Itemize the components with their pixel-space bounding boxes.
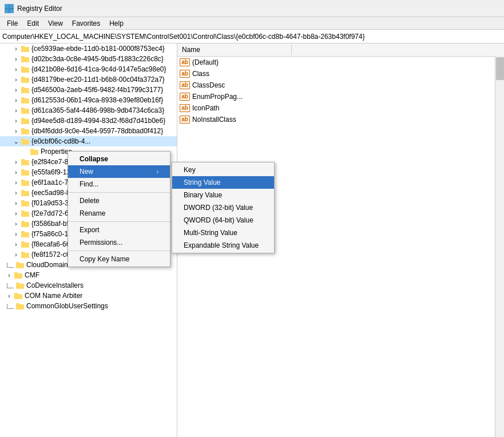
svg-rect-15 (21, 97, 25, 99)
ctx-rename[interactable]: Rename (68, 207, 170, 220)
reg-entry-classdesc[interactable]: ab ClassDesc (177, 80, 504, 91)
folder-icon (21, 168, 30, 177)
col-name-header: Name (177, 45, 292, 55)
tree-toggle[interactable]: › (11, 75, 21, 84)
main-content: › {ce5939ae-ebde-11d0-b181-0000f8753ec4}… (0, 43, 504, 437)
app-title: Registry Editor (17, 5, 62, 13)
menu-view[interactable]: View (43, 18, 68, 29)
app-icon (5, 4, 14, 13)
svg-rect-12 (21, 88, 29, 93)
tree-item[interactable]: › {d94ee5d8-d189-4994-83d2-f68d7d41b0e6} (0, 116, 177, 126)
tree-label: {d61ca365-5af4-4486-998b-9db4734c6ca3} (31, 106, 164, 114)
tree-toggle[interactable]: › (11, 157, 21, 166)
folder-icon (21, 54, 30, 63)
menu-help[interactable]: Help (105, 18, 128, 29)
tree-toggle[interactable]: › (11, 96, 21, 105)
svg-rect-47 (16, 262, 19, 264)
tree-toggle[interactable]: ⌄ (11, 137, 21, 146)
sub-binary-value[interactable]: Binary Value (172, 189, 274, 201)
sub-expandable-string-value[interactable]: Expandable String Value (172, 239, 274, 252)
sub-string-value[interactable]: String Value (172, 176, 274, 189)
tree-item[interactable]: › {d612553d-06b1-49ca-8938-e39ef80eb16f} (0, 95, 177, 105)
ctx-export[interactable]: Export (68, 224, 170, 236)
svg-rect-14 (21, 98, 29, 104)
tree-item[interactable]: › {d48179be-ec20-11d1-b6b8-00c04fa372a7} (0, 74, 177, 85)
reg-entry-default[interactable]: ab (Default) (177, 57, 504, 68)
menu-favorites[interactable]: Favorites (68, 18, 105, 29)
svg-rect-50 (16, 284, 24, 289)
tree-toggle[interactable]: › (11, 126, 21, 136)
ctx-separator-1 (68, 192, 170, 193)
svg-rect-28 (21, 170, 29, 176)
tree-toggle[interactable]: › (11, 168, 21, 177)
ctx-new[interactable]: New › (68, 165, 170, 178)
sub-qword-value[interactable]: QWORD (64-bit) Value (172, 214, 274, 227)
svg-rect-25 (30, 149, 34, 150)
submenu-arrow: › (157, 169, 158, 175)
tree-item[interactable]: › {d421b08e-6d16-41ca-9c4d-9147e5ac98e0} (0, 64, 177, 74)
tree-toggle[interactable]: › (11, 85, 21, 94)
reg-name: IconPath (192, 104, 219, 112)
ctx-delete[interactable]: Delete (68, 194, 170, 207)
tree-item[interactable]: › COM Name Arbiter (0, 291, 177, 301)
svg-rect-20 (21, 129, 29, 134)
reg-entry-noinstallclass[interactable]: ab NoInstallClass (177, 114, 504, 125)
ab-icon: ab (180, 104, 190, 113)
tree-toggle[interactable]: › (11, 198, 21, 208)
reg-entry-class[interactable]: ab Class (177, 68, 504, 80)
ctx-permissions[interactable]: Permissions... (68, 236, 170, 249)
svg-rect-38 (21, 222, 29, 227)
column-headers: Name (177, 43, 504, 57)
tree-toggle[interactable]: › (11, 178, 21, 187)
menu-file[interactable]: File (2, 18, 22, 29)
tree-item[interactable]: › CMF (0, 270, 177, 280)
sub-key[interactable]: Key (172, 164, 274, 176)
tree-item[interactable]: › {d02bc3da-0c8e-4945-9bd5-f1883c226c8c} (0, 54, 177, 64)
ctx-copy-key-name[interactable]: Copy Key Name (68, 253, 170, 265)
menu-edit[interactable]: Edit (22, 18, 43, 29)
tree-toggle[interactable]: › (11, 209, 21, 218)
tree-item[interactable]: › {ce5939ae-ebde-11d0-b181-0000f8753ec4} (0, 43, 177, 54)
sub-dword-value[interactable]: DWORD (32-bit) Value (172, 201, 274, 214)
tree-toggle[interactable]: › (11, 116, 21, 125)
scrollbar[interactable] (495, 56, 504, 437)
tree-toggle[interactable]: › (11, 54, 21, 63)
tree-toggle[interactable]: › (11, 229, 21, 239)
tree-item[interactable]: › {d61ca365-5af4-4486-998b-9db4734c6ca3} (0, 105, 177, 116)
reg-entry-iconpath[interactable]: ab IconPath (177, 102, 504, 114)
svg-rect-6 (21, 57, 29, 62)
tree-toggle[interactable]: › (11, 106, 21, 115)
svg-rect-3 (10, 9, 14, 13)
folder-icon (21, 188, 30, 197)
tree-item[interactable]: › {db4f6ddd-9c0e-45e4-9597-78dbbad0f412} (0, 126, 177, 136)
tree-toggle[interactable]: › (11, 65, 21, 74)
sub-multi-string-value[interactable]: Multi-String Value (172, 227, 274, 239)
tree-label: {d48179be-ec20-11d1-b6b8-00c04fa372a7} (31, 76, 165, 84)
folder-icon (21, 44, 30, 53)
tree-toggle[interactable]: › (11, 188, 21, 197)
tree-toggle[interactable]: › (5, 271, 14, 280)
tree-toggle[interactable]: › (11, 240, 21, 249)
tree-toggle[interactable]: › (5, 291, 14, 300)
menu-bar: File Edit View Favorites Help (0, 17, 504, 30)
svg-rect-40 (21, 232, 29, 237)
folder-icon (21, 229, 30, 239)
tree-item-selected[interactable]: ⌄ {e0cbf06c-cd8b-4... (0, 136, 177, 146)
tree-toggle[interactable]: › (11, 219, 21, 228)
tree-item[interactable]: CommonGlobUserSettings (0, 301, 177, 311)
tree-toggle[interactable]: › (11, 250, 21, 259)
tree-label: {e0cbf06c-cd8b-4... (31, 137, 90, 145)
reg-entry-enumproppag[interactable]: ab EnumPropPag... (177, 91, 504, 102)
tree-label: {ce5939ae-ebde-11d0-b181-0000f8753ec4} (31, 45, 165, 53)
ctx-find[interactable]: Find... (68, 178, 170, 190)
tree-toggle[interactable]: › (11, 44, 21, 53)
tree-label: {d94ee5d8-d189-4994-83d2-f68d7d41b0e6} (31, 117, 165, 125)
svg-rect-31 (21, 180, 25, 181)
tree-item[interactable]: CoDeviceInstallers (0, 280, 177, 291)
folder-icon (14, 271, 23, 280)
svg-rect-13 (21, 87, 25, 89)
tree-item[interactable]: › {d546500a-2aeb-45f6-9482-f4b1799c3177} (0, 85, 177, 95)
svg-rect-26 (21, 160, 29, 165)
ctx-collapse[interactable]: Collapse (68, 153, 170, 165)
folder-icon (21, 198, 30, 208)
